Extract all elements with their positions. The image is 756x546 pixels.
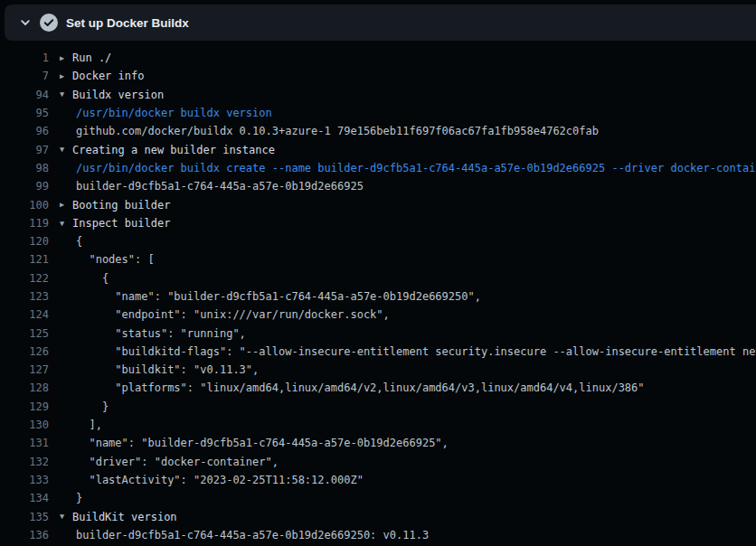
log-line: 124 "endpoint": "unix:///var/run/docker.… xyxy=(0,306,756,324)
log-line: 125 "status": "running", xyxy=(0,324,756,342)
line-text: github.com/docker/buildx 0.10.3+azure-1 … xyxy=(72,125,599,137)
line-number[interactable]: 126 xyxy=(0,345,49,358)
log-line: 133 "lastActivity": "2023-02-25T11:58:12… xyxy=(0,471,756,489)
log-line: 95 /usr/bin/docker buildx version xyxy=(0,104,756,122)
log-line: 136 builder-d9cfb5a1-c764-445a-a57e-0b19… xyxy=(0,526,756,544)
line-number[interactable]: 122 xyxy=(0,272,49,285)
line-text: "nodes": [ xyxy=(72,253,155,266)
line-number[interactable]: 131 xyxy=(0,437,49,449)
check-circle-icon xyxy=(40,14,58,32)
log-line: 123 "name": "builder-d9cfb5a1-c764-445a-… xyxy=(0,287,756,306)
line-text: Buildx version xyxy=(72,89,164,101)
line-number[interactable]: 127 xyxy=(0,363,49,376)
log-line: 127 "buildkit": "v0.11.3", xyxy=(0,361,756,379)
line-text: { xyxy=(72,235,82,248)
line-number[interactable]: 133 xyxy=(0,474,49,486)
chevron-down-icon[interactable] xyxy=(19,16,32,29)
line-number[interactable]: 99 xyxy=(0,180,49,193)
group-collapsed-icon[interactable]: ▶ xyxy=(60,72,72,80)
line-text: "endpoint": "unix:///var/run/docker.sock… xyxy=(72,308,390,321)
log-line: 100 ▶ Booting builder xyxy=(0,195,756,213)
line-text: "buildkit": "v0.11.3", xyxy=(72,363,259,376)
line-text: Inspect builder xyxy=(72,217,170,230)
line-text: "name": "builder-d9cfb5a1-c764-445a-a57e… xyxy=(72,437,449,449)
line-text: "lastActivity": "2023-02-25T11:58:12.000… xyxy=(72,474,364,486)
line-text: "buildkitd-flags": "--allow-insecure-ent… xyxy=(72,345,756,358)
line-text: /usr/bin/docker buildx create --name bui… xyxy=(72,162,756,174)
log-line: 130 ], xyxy=(0,416,756,434)
line-text: "status": "running", xyxy=(72,327,246,340)
step-header[interactable]: Set up Docker Buildx xyxy=(5,5,756,41)
line-number[interactable]: 123 xyxy=(0,290,49,303)
line-text: builder-d9cfb5a1-c764-445a-a57e-0b19d2e6… xyxy=(72,180,364,193)
line-number[interactable]: 125 xyxy=(0,327,49,340)
group-expanded-icon[interactable]: ▼ xyxy=(60,146,72,154)
line-text: } xyxy=(72,492,82,504)
group-collapsed-icon[interactable]: ▶ xyxy=(60,201,72,209)
line-text: } xyxy=(72,400,109,413)
line-number[interactable]: 100 xyxy=(0,199,49,212)
log-line: 135 ▼ BuildKit version xyxy=(0,507,756,525)
line-text: Booting builder xyxy=(72,199,170,212)
line-number[interactable]: 119 xyxy=(0,217,49,230)
line-text: { xyxy=(72,272,109,285)
line-number[interactable]: 129 xyxy=(0,400,49,413)
line-text: ], xyxy=(72,419,102,431)
log-line: 99 builder-d9cfb5a1-c764-445a-a57e-0b19d… xyxy=(0,177,756,195)
log-line: 7 ▶ Docker info xyxy=(0,67,756,85)
log-line: 129 } xyxy=(0,398,756,416)
log-line: 134 } xyxy=(0,489,756,507)
log-line: 97 ▼ Creating a new builder instance xyxy=(0,140,756,158)
line-number[interactable]: 128 xyxy=(0,381,49,394)
step-log: 1 ▶ Run ./ 7 ▶ Docker info 94 ▼ Buildx v… xyxy=(0,41,756,544)
group-expanded-icon[interactable]: ▼ xyxy=(60,220,72,228)
log-line: 122 { xyxy=(0,269,756,287)
line-number[interactable]: 97 xyxy=(0,144,49,156)
line-number[interactable]: 96 xyxy=(0,125,49,137)
line-number[interactable]: 120 xyxy=(0,235,49,248)
log-line: 119 ▼ Inspect builder xyxy=(0,214,756,232)
log-line: 128 "platforms": "linux/amd64,linux/amd6… xyxy=(0,379,756,397)
log-line: 96 github.com/docker/buildx 0.10.3+azure… xyxy=(0,122,756,140)
line-number[interactable]: 1 xyxy=(0,52,49,64)
line-number[interactable]: 134 xyxy=(0,492,49,504)
line-number[interactable]: 136 xyxy=(0,529,49,541)
step-title: Set up Docker Buildx xyxy=(66,16,189,30)
line-text: "platforms": "linux/amd64,linux/amd64/v2… xyxy=(72,381,645,394)
log-line: 126 "buildkitd-flags": "--allow-insecure… xyxy=(0,343,756,361)
group-expanded-icon[interactable]: ▼ xyxy=(60,513,72,521)
line-number[interactable]: 121 xyxy=(0,253,49,266)
log-line: 1 ▶ Run ./ xyxy=(0,49,756,67)
line-text: builder-d9cfb5a1-c764-445a-a57e-0b19d2e6… xyxy=(72,529,429,541)
log-line: 131 "name": "builder-d9cfb5a1-c764-445a-… xyxy=(0,434,756,452)
line-number[interactable]: 7 xyxy=(0,70,49,82)
line-number[interactable]: 124 xyxy=(0,308,49,321)
line-text: "name": "builder-d9cfb5a1-c764-445a-a57e… xyxy=(72,290,481,303)
line-text: Run ./ xyxy=(72,52,111,64)
line-text: Creating a new builder instance xyxy=(72,144,275,156)
line-text: "driver": "docker-container", xyxy=(72,456,279,468)
log-lines: 1 ▶ Run ./ 7 ▶ Docker info 94 ▼ Buildx v… xyxy=(0,49,756,544)
line-number[interactable]: 132 xyxy=(0,456,49,468)
group-collapsed-icon[interactable]: ▶ xyxy=(60,54,72,62)
line-number[interactable]: 135 xyxy=(0,511,49,523)
line-number[interactable]: 94 xyxy=(0,89,49,101)
line-text: BuildKit version xyxy=(72,511,177,523)
group-expanded-icon[interactable]: ▼ xyxy=(60,90,72,99)
line-text: Docker info xyxy=(72,70,144,82)
log-line: 121 "nodes": [ xyxy=(0,250,756,268)
line-number[interactable]: 130 xyxy=(0,419,49,431)
log-line: 94 ▼ Buildx version xyxy=(0,86,756,104)
line-text: /usr/bin/docker buildx version xyxy=(72,107,272,119)
log-line: 98 /usr/bin/docker buildx create --name … xyxy=(0,159,756,177)
line-number[interactable]: 95 xyxy=(0,107,49,119)
log-line: 132 "driver": "docker-container", xyxy=(0,453,756,471)
line-number[interactable]: 98 xyxy=(0,162,49,174)
log-line: 120 { xyxy=(0,232,756,250)
